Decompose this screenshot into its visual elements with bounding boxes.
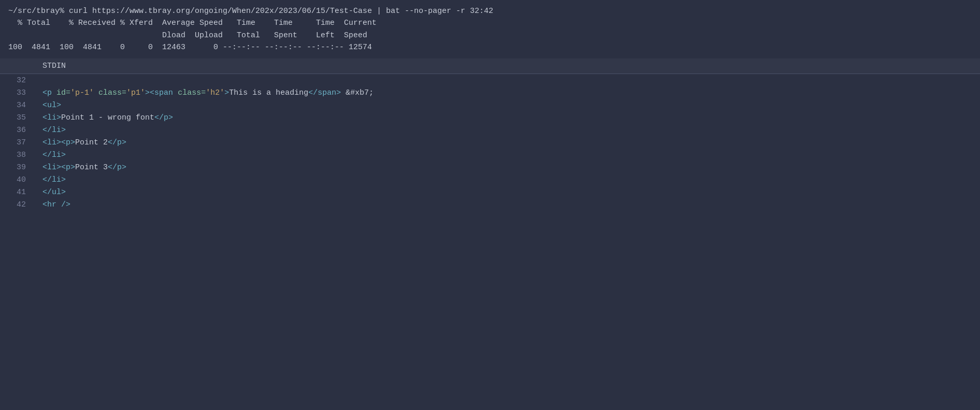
prompt: ~/src/tbray% xyxy=(8,7,69,16)
table-row: 39 <li><p>Point 3</p> xyxy=(0,161,980,173)
table-row: 36 </li> xyxy=(0,124,980,136)
table-row: 33 <p id='p-1' class='p1'><span class='h… xyxy=(0,86,980,99)
curl-stats-header2: Dload Upload Total Spent Left Speed xyxy=(8,30,972,41)
code-line: </li> xyxy=(36,173,980,186)
line-number: 40 xyxy=(0,173,36,186)
table-row: 42 <hr /> xyxy=(0,198,980,211)
code-line: <ul> xyxy=(36,99,980,111)
table-row: 32 xyxy=(0,74,980,87)
file-name-header: STDIN xyxy=(36,58,980,74)
code-line: <p id='p-1' class='p1'><span class='h2'>… xyxy=(36,86,980,99)
table-row: 35 <li>Point 1 - wrong font</p> xyxy=(0,111,980,124)
table-row: 37 <li><p>Point 2</p> xyxy=(0,136,980,149)
line-number: 37 xyxy=(0,136,36,149)
line-number: 34 xyxy=(0,99,36,111)
code-line: <li><p>Point 3</p> xyxy=(36,161,980,173)
table-row: 41 </ul> xyxy=(0,186,980,198)
line-number: 33 xyxy=(0,86,36,99)
code-line: <li>Point 1 - wrong font</p> xyxy=(36,111,980,124)
terminal-section: ~/src/tbray% curl https://www.tbray.org/… xyxy=(0,0,980,58)
curl-stats-data: 100 4841 100 4841 0 0 12463 0 --:--:-- -… xyxy=(8,41,972,53)
code-line: <li><p>Point 2</p> xyxy=(36,136,980,149)
line-number: 32 xyxy=(0,74,36,87)
file-table: STDIN 32 33 <p id='p-1' class='p1'><span… xyxy=(0,58,980,211)
command-text: curl https://www.tbray.org/ongoing/When/… xyxy=(69,7,493,16)
line-number: 38 xyxy=(0,149,36,161)
line-number-header xyxy=(0,58,36,74)
line-number: 39 xyxy=(0,161,36,173)
code-line: </li> xyxy=(36,124,980,136)
file-header-row: STDIN xyxy=(0,58,980,74)
table-row: 34 <ul> xyxy=(0,99,980,111)
line-number: 41 xyxy=(0,186,36,198)
code-line: <hr /> xyxy=(36,198,980,211)
table-row: 40 </li> xyxy=(0,173,980,186)
code-line: </li> xyxy=(36,149,980,161)
curl-stats-header1: % Total % Received % Xferd Average Speed… xyxy=(8,17,972,29)
line-number: 42 xyxy=(0,198,36,211)
code-line xyxy=(36,74,980,87)
code-line: </ul> xyxy=(36,186,980,198)
table-row: 38 </li> xyxy=(0,149,980,161)
line-number: 36 xyxy=(0,124,36,136)
terminal-command: ~/src/tbray% curl https://www.tbray.org/… xyxy=(8,5,972,17)
line-number: 35 xyxy=(0,111,36,124)
